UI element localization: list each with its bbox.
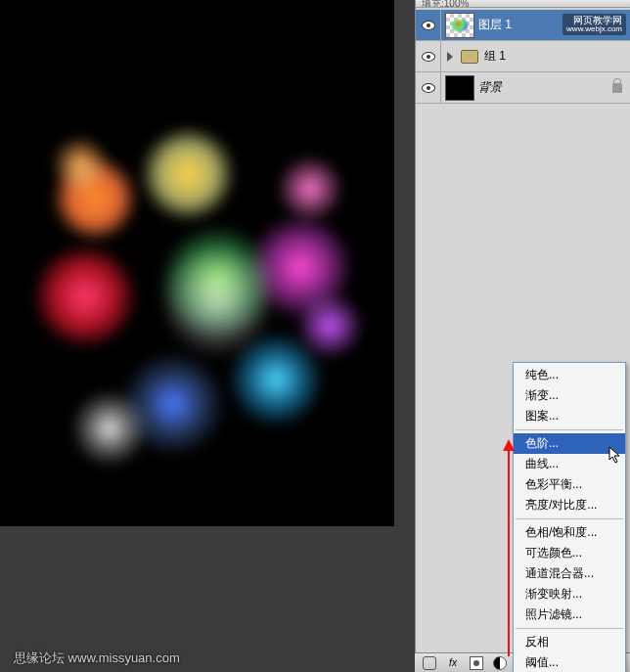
- canvas-pane: 思缘论坛 www.missyuan.com: [0, 0, 394, 672]
- adjustment-layer-icon[interactable]: [493, 656, 507, 670]
- menu-item-hue-saturation[interactable]: 色相/饱和度...: [514, 522, 625, 543]
- menu-item-brightness-contrast[interactable]: 亮度/对比度...: [514, 495, 625, 515]
- layer-row-background[interactable]: 背景: [416, 72, 630, 104]
- menu-item-photo-filter[interactable]: 照片滤镜...: [514, 605, 625, 625]
- annotation-arrow: [508, 441, 510, 656]
- link-icon[interactable]: [423, 656, 436, 670]
- layer-row-group1[interactable]: 组 1: [416, 41, 630, 72]
- visibility-toggle[interactable]: [416, 10, 441, 40]
- eye-icon: [422, 83, 435, 93]
- menu-separator: [516, 628, 623, 629]
- document-canvas[interactable]: [0, 0, 394, 526]
- disclosure-triangle-icon[interactable]: [447, 52, 453, 62]
- watermark-top: 网页教学网 www.webjx.com: [562, 14, 626, 35]
- menu-item-color-balance[interactable]: 色彩平衡...: [514, 474, 625, 495]
- eye-icon: [422, 21, 435, 30]
- menu-item-channel-mixer[interactable]: 通道混合器...: [514, 563, 625, 584]
- layer-thumbnail[interactable]: [445, 75, 474, 101]
- layer-name[interactable]: 背景: [478, 79, 612, 96]
- folder-icon: [461, 50, 478, 64]
- menu-item-pattern[interactable]: 图案...: [514, 406, 625, 426]
- menu-item-solid-color[interactable]: 纯色...: [514, 365, 625, 385]
- layer-name[interactable]: 组 1: [484, 48, 630, 65]
- menu-item-gradient[interactable]: 渐变...: [514, 385, 625, 406]
- menu-separator: [516, 518, 623, 519]
- menu-item-gradient-map[interactable]: 渐变映射...: [514, 584, 625, 605]
- adjustment-layer-menu: 纯色... 渐变... 图案... 色阶... 曲线... 色彩平衡... 亮度…: [513, 362, 626, 672]
- menu-item-invert[interactable]: 反相: [514, 632, 625, 652]
- visibility-toggle[interactable]: [416, 72, 441, 103]
- panel-options-row: 填充:100%: [416, 0, 630, 8]
- visibility-toggle[interactable]: [416, 41, 441, 71]
- fx-icon[interactable]: fx: [446, 656, 460, 670]
- menu-item-threshold[interactable]: 阈值...: [514, 652, 625, 672]
- mask-icon[interactable]: [470, 656, 483, 670]
- artwork: [12, 96, 383, 468]
- cursor-icon: [608, 446, 622, 464]
- layer-thumbnail[interactable]: [445, 13, 474, 38]
- watermark-bottom: 思缘论坛 www.missyuan.com: [14, 650, 180, 667]
- menu-item-selective-color[interactable]: 可选颜色...: [514, 543, 625, 563]
- menu-separator: [516, 429, 623, 430]
- lock-icon: [612, 83, 622, 93]
- eye-icon: [422, 52, 435, 62]
